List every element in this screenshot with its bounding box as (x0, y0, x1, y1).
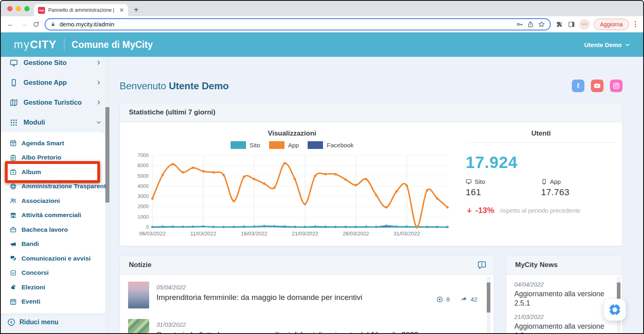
news-list-item[interactable]: 31/03/2022Sconto in bolletta luce e gas … (128, 314, 480, 333)
sidebar-item-elezioni[interactable]: Elezioni (1, 280, 105, 295)
news-date: 05/04/2022 (156, 284, 422, 291)
sidebar-item-gestione-sito[interactable]: Gestione Sito (1, 57, 109, 73)
social-youtube-button[interactable] (591, 80, 603, 92)
notizie-scrollbar[interactable] (487, 277, 490, 333)
utenti-sito-value: 161 (466, 187, 541, 198)
sidebar-item-moduli[interactable]: Moduli (1, 112, 109, 132)
main-content: Benvenuto Utente Demo f Statistiche (ult… (109, 57, 643, 333)
news-title[interactable]: Imprenditoria femminile: da maggio le do… (156, 293, 422, 302)
sidebar-item-label: Attività commerciali (21, 211, 81, 219)
utenti-column: Utenti 17.924 Sito 161 App 17.763 (460, 129, 622, 241)
svg-text:2000: 2000 (137, 204, 149, 209)
sidebar-item-eventi[interactable]: Eventi (1, 295, 105, 309)
sidebar-item-gestione-app[interactable]: Gestione App (1, 73, 109, 93)
share-icon[interactable] (527, 21, 534, 28)
sidebar-item-attività-commerciali[interactable]: Attività commerciali (1, 208, 105, 223)
news-stats: 842 (436, 291, 477, 308)
chevron-circle-left-icon (7, 318, 15, 326)
news-stats: 7065 (433, 328, 478, 333)
chevron-right-icon (96, 60, 101, 65)
news-date: 31/03/2022 (156, 321, 419, 328)
utenti-delta: -13% (475, 206, 494, 215)
news-views-count: 8 (446, 296, 450, 303)
mycity-news-title[interactable]: Aggiornamento alla versione 2.5.1 (514, 289, 608, 308)
mycity-news-item[interactable]: 21/03/2022Aggiornamento alla versione 2.… (514, 310, 614, 333)
notizie-scrollbar-thumb[interactable] (487, 282, 490, 312)
notizie-card: Notizie 05/04/2022Imprenditoria femminil… (120, 255, 494, 333)
utenti-sito-label: Sito (475, 178, 485, 185)
users-icon (10, 197, 17, 204)
sidebar-item-label: Associazioni (21, 197, 60, 205)
info-bubble-icon[interactable] (477, 261, 486, 269)
collapse-menu-button[interactable]: Riduci menu (1, 315, 105, 333)
sidebar-item-agenda-smart[interactable]: Agenda Smart (1, 136, 105, 151)
utenti-title: Utenti (466, 129, 616, 138)
sidebar-item-concorsi[interactable]: Concorsi (1, 266, 105, 280)
news-thumbnail (128, 282, 149, 308)
mycity-news-item[interactable]: 04/04/2022Aggiornamento alla versione 2.… (514, 277, 614, 310)
youtube-icon (593, 82, 601, 90)
mycity-news-title[interactable]: Aggiornamento alla versione 2.5: (514, 322, 608, 333)
news-views: 8 (436, 296, 450, 303)
sidebar-item-gestione-turistico[interactable]: Gestione Turistico (1, 93, 109, 112)
sidebar-scrollbar[interactable] (105, 57, 109, 333)
utenti-sito-cell: Sito 161 (466, 178, 541, 198)
browser-tab[interactable]: my Pannello di amministrazione | M ✕ (34, 4, 128, 16)
page-title: Benvenuto Utente Demo (120, 80, 229, 92)
tab-title: Pannello di amministrazione | M (48, 7, 115, 13)
social-buttons: f (572, 80, 623, 92)
key-icon[interactable] (516, 21, 523, 28)
lifebuoy-icon (608, 303, 621, 316)
maximize-window-button[interactable] (24, 6, 30, 11)
site-name: Comune di MyCity (72, 39, 153, 50)
reload-icon[interactable] (32, 21, 40, 28)
social-facebook-button[interactable]: f (572, 80, 584, 92)
utenti-delta-row: -13% rispetto al periodo precedente (466, 206, 616, 215)
news-item-body: 31/03/2022Sconto in bolletta luce e gas … (156, 319, 419, 333)
statistics-card-header: Statistiche (ultimi 7 giorni) (120, 103, 622, 122)
share-arrow-icon (460, 296, 468, 303)
back-icon[interactable]: ← (5, 20, 16, 28)
browser-menu-icon[interactable] (631, 21, 640, 28)
url-text[interactable]: demo.mycity.it/admin (60, 21, 512, 28)
sidebar-item-label: Comunicazioni e avvisi (21, 255, 91, 262)
tab-close-icon[interactable]: ✕ (118, 7, 125, 13)
news-title[interactable]: Sconto in bolletta luce e gas per milion… (156, 330, 419, 333)
sidebar-item-album[interactable]: Album (1, 165, 105, 179)
news-item-body: 05/04/2022Imprenditoria femminile: da ma… (156, 282, 422, 308)
address-bar[interactable]: demo.mycity.it/admin (45, 18, 551, 30)
new-tab-button[interactable]: + (134, 6, 139, 14)
forward-icon[interactable]: → (19, 20, 30, 28)
sidebar-item-bacheca-lavoro[interactable]: Bacheca lavoro (1, 222, 105, 237)
legend-swatch (269, 141, 285, 149)
album-icon (10, 168, 17, 175)
chrome-update-button[interactable]: Aggiorna (594, 19, 629, 30)
extensions-puzzle-icon[interactable] (556, 21, 563, 28)
svg-text:6000: 6000 (137, 163, 149, 168)
user-menu[interactable]: Utente Demo (584, 41, 630, 48)
sidebar-item-comunicazioni-e-avvisi[interactable]: Comunicazioni e avvisi (1, 251, 105, 266)
chart-legend: SitoAppFacebook (124, 141, 460, 149)
sidebar-item-albo-pretorio[interactable]: Albo Pretorio (1, 151, 105, 165)
statistics-card: Statistiche (ultimi 7 giorni) Visualizza… (120, 103, 623, 246)
sidebar-item-label: Eventi (21, 298, 41, 305)
legend-swatch (308, 141, 323, 149)
sidebar-item-label: Gestione App (24, 79, 90, 86)
sidebar-scrollbar-thumb[interactable] (105, 107, 109, 203)
close-window-button[interactable] (7, 6, 13, 11)
news-list-item[interactable]: 05/04/2022Imprenditoria femminile: da ma… (128, 276, 480, 314)
macos-traffic-lights[interactable] (7, 6, 30, 11)
mycity-news-date: 21/03/2022 (514, 314, 614, 320)
sidebar-item-label: Bandi (21, 240, 39, 248)
sidebar-item-bandi[interactable]: Bandi (1, 237, 105, 252)
bookmark-star-icon[interactable] (538, 21, 545, 28)
social-instagram-button[interactable] (610, 80, 623, 92)
sidebar-item-amministrazione-trasparente[interactable]: Amministrazione Trasparente (1, 179, 105, 194)
support-widget-button[interactable] (604, 299, 626, 321)
profile-avatar[interactable]: mycity (579, 19, 590, 30)
facebook-icon: f (577, 82, 580, 90)
sidebar-item-associazioni[interactable]: Associazioni (1, 194, 105, 208)
minimize-window-button[interactable] (16, 6, 21, 11)
side-panel-icon[interactable] (568, 21, 575, 28)
chevron-right-icon (96, 100, 101, 105)
